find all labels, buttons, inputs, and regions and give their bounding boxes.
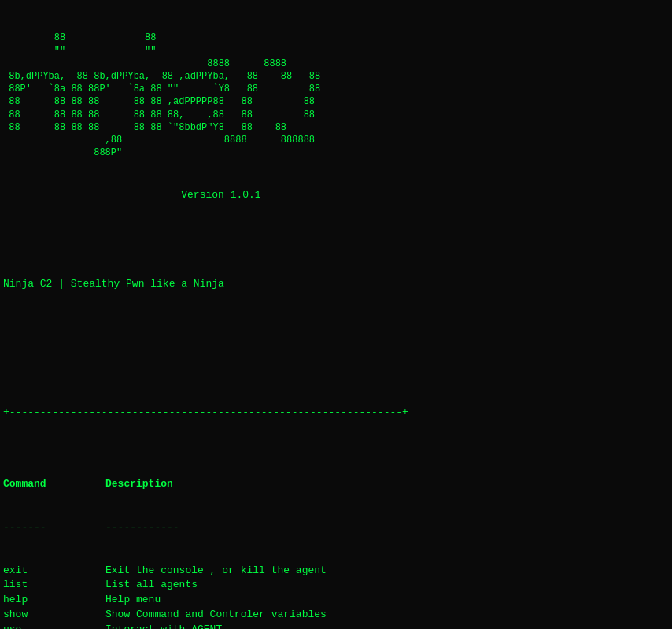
cmd-underline: ------- bbox=[3, 520, 105, 535]
cmd-name: show bbox=[3, 608, 105, 623]
terminal-window: 88 88 "" "" 8888 8888 8b,dPPYba, 88 8b,d… bbox=[0, 0, 672, 629]
desc-underline: ------------ bbox=[105, 520, 179, 535]
commands-list: exitExit the console , or kill the agent… bbox=[3, 564, 669, 630]
cmd-name: list bbox=[3, 578, 105, 593]
cmd-desc: List all agents bbox=[105, 578, 198, 593]
table-row: helpHelp menu bbox=[3, 593, 669, 608]
version-line: Version 1.0.1 bbox=[3, 188, 669, 202]
cmd-desc: Show Command and Controler variables bbox=[105, 608, 327, 623]
description-header-label: Description bbox=[105, 477, 173, 491]
command-header-label: Command bbox=[3, 477, 105, 491]
cmd-desc: Exit the console , or kill the agent bbox=[105, 564, 327, 579]
cmd-name: exit bbox=[3, 564, 105, 579]
commands-underline: ------- ------------ bbox=[3, 520, 669, 535]
cmd-name: use bbox=[3, 623, 105, 629]
table-row: exitExit the console , or kill the agent bbox=[3, 564, 669, 579]
ascii-art: 88 88 "" "" 8888 8888 8b,dPPYba, 88 8b,d… bbox=[3, 31, 669, 159]
table-row: showShow Command and Controler variables bbox=[3, 608, 669, 623]
cmd-desc: Interact with AGENT bbox=[105, 623, 222, 629]
cmd-desc: Help menu bbox=[105, 593, 161, 608]
table-row: useInteract with AGENT bbox=[3, 623, 669, 629]
commands-table: Command Description ------- ------------… bbox=[3, 449, 669, 629]
table-row: listList all agents bbox=[3, 578, 669, 593]
cmd-name: help bbox=[3, 593, 105, 608]
tagline: Ninja C2 | Stealthy Pwn like a Ninja bbox=[3, 277, 669, 291]
commands-header: Command Description bbox=[3, 477, 669, 491]
separator-top: +---------------------------------------… bbox=[3, 405, 669, 420]
